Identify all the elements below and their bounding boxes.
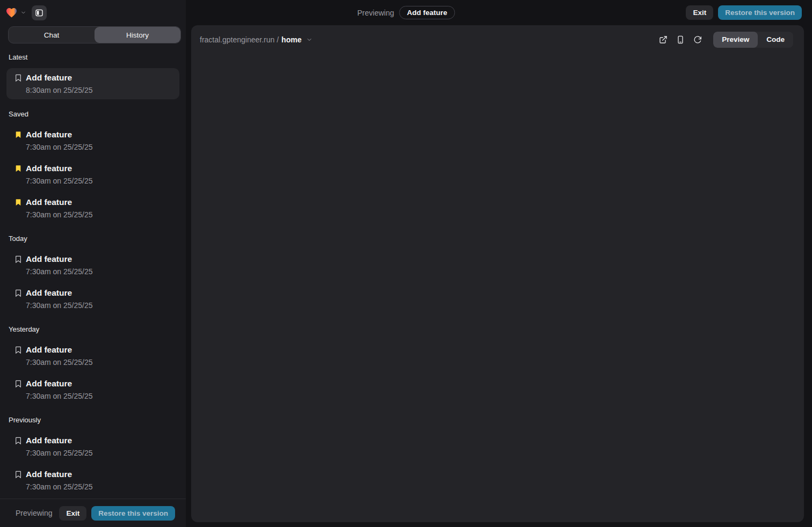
history-item[interactable]: Add feature 7:30am on 25/25/25 [6,374,179,405]
history-item-time: 7:30am on 25/25/25 [26,176,172,186]
preview-panel: fractal.gptengineer.run / home [191,25,804,522]
refresh-icon [693,35,702,44]
bookmark-icon [14,379,23,388]
history-item-time: 7:30am on 25/25/25 [26,210,172,220]
section-title: Previously [9,416,177,424]
topbar: Previewing Add feature Exit Restore this… [0,0,812,25]
history-item-title: Add feature [26,129,172,141]
bookmark-icon [14,74,23,82]
history-item-title: Add feature [26,469,172,480]
tab-history[interactable]: History [95,27,180,43]
history-list: Latest Add feature 8:30am on 25/25/25 Sa… [0,43,186,499]
exit-button[interactable]: Exit [686,5,713,20]
history-item-time: 7:30am on 25/25/25 [26,142,172,152]
history-item-time: 7:30am on 25/25/25 [26,267,172,277]
history-item-title: Add feature [26,435,172,447]
sidebar: Chat History Latest Add feature 8:30am o… [0,0,186,527]
history-item-time: 8:30am on 25/25/25 [26,85,172,96]
restore-version-button[interactable]: Restore this version [718,5,802,20]
preview-code-toggle: Preview Code [713,32,793,48]
panel-left-icon [35,9,44,17]
history-item[interactable]: Add feature 7:30am on 25/25/25 [6,340,179,371]
history-item[interactable]: Add feature 8:30am on 25/25/25 [6,68,179,99]
app-logo-menu[interactable] [5,6,26,19]
refresh-button[interactable] [691,33,705,47]
preview-header-actions: Preview Code [656,32,793,48]
history-item-title: Add feature [26,163,172,174]
topbar-left [5,0,47,25]
bookmark-filled-icon [14,130,23,139]
bookmark-filled-icon [14,164,23,173]
heart-logo-icon [5,6,18,19]
bookmark-icon [14,470,23,479]
url-breadcrumb[interactable]: fractal.gptengineer.run / home [200,35,313,44]
history-item[interactable]: Add feature 7:30am on 25/25/25 [6,250,179,281]
sidebar-footer: Previewing Exit Restore this version [0,499,186,527]
history-item-time: 7:30am on 25/25/25 [26,448,172,458]
bookmark-icon [14,436,23,445]
history-item-title: Add feature [26,253,172,265]
url-prefix: fractal.gptengineer.run / [200,35,279,44]
history-item-title: Add feature [26,378,172,390]
history-item[interactable]: Add feature 7:30am on 25/25/25 [6,431,179,462]
url-page: home [281,35,301,44]
preview-header: fractal.gptengineer.run / home [191,25,804,48]
section-title: Yesterday [9,325,177,333]
bookmark-icon [14,346,23,354]
history-section-saved: Saved Add feature 7:30am on 25/25/25 Add… [0,110,186,224]
chevron-down-icon [306,36,313,43]
version-pill[interactable]: Add feature [400,6,455,19]
history-item-time: 7:30am on 25/25/25 [26,301,172,311]
history-item[interactable]: Add feature 7:30am on 25/25/25 [6,283,179,314]
bookmark-filled-icon [14,198,23,207]
smartphone-icon [676,35,685,44]
bookmark-icon [14,289,23,297]
history-item[interactable]: Add feature 7:30am on 25/25/25 [6,125,179,156]
device-preview-button[interactable] [673,33,687,47]
sidebar-toggle-button[interactable] [32,5,47,20]
preview-content [191,48,804,522]
topbar-right: Exit Restore this version [686,0,802,25]
history-item[interactable]: Add feature 7:30am on 25/25/25 [6,193,179,224]
history-section-previously: Previously Add feature 7:30am on 25/25/2… [0,416,186,496]
history-item-title: Add feature [26,196,172,208]
chat-history-tabs: Chat History [8,26,181,43]
history-item-time: 7:30am on 25/25/25 [26,482,172,492]
history-item[interactable]: Add feature 7:30am on 25/25/25 [6,465,179,496]
tab-preview[interactable]: Preview [713,32,758,48]
tab-chat[interactable]: Chat [9,27,95,43]
history-item-title: Add feature [26,72,172,84]
bookmark-icon [14,255,23,264]
history-item-title: Add feature [26,344,172,356]
history-section-yesterday: Yesterday Add feature 7:30am on 25/25/25… [0,325,186,405]
restore-version-button[interactable]: Restore this version [91,506,175,521]
history-item-time: 7:30am on 25/25/25 [26,357,172,368]
section-title: Saved [9,110,177,118]
section-title: Latest [9,53,177,61]
chevron-down-icon [20,10,26,16]
section-title: Today [9,235,177,243]
history-item-title: Add feature [26,287,172,299]
exit-button[interactable]: Exit [59,506,86,521]
history-item-time: 7:30am on 25/25/25 [26,391,172,401]
previewing-label: Previewing [357,9,394,17]
topbar-center: Previewing Add feature [357,0,455,25]
open-in-new-tab-button[interactable] [656,33,670,47]
history-section-today: Today Add feature 7:30am on 25/25/25 Add… [0,235,186,314]
previewing-label: Previewing [16,509,52,517]
history-item[interactable]: Add feature 7:30am on 25/25/25 [6,159,179,190]
history-section-latest: Latest Add feature 8:30am on 25/25/25 [0,53,186,99]
external-link-icon [659,35,668,44]
tab-code[interactable]: Code [758,32,793,48]
